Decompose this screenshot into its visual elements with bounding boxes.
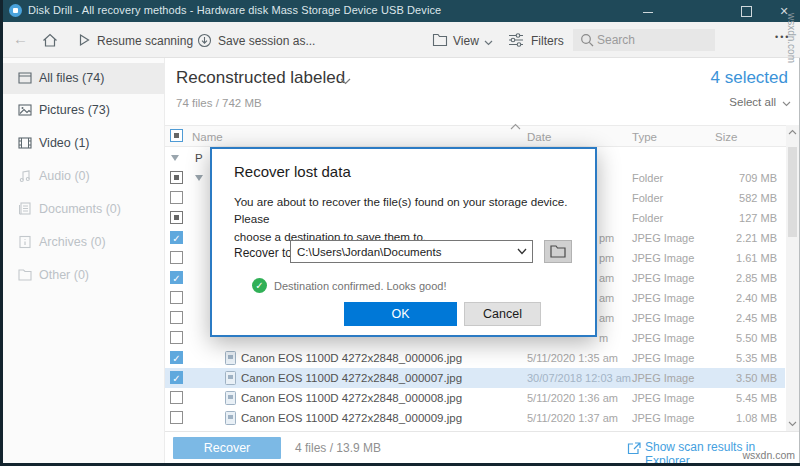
select-all-button[interactable]: Select all bbox=[588, 96, 776, 108]
file-type: JPEG Image bbox=[632, 232, 694, 244]
sidebar-item-pictures[interactable]: Pictures (73) bbox=[3, 95, 165, 126]
destination-combobox[interactable] bbox=[290, 240, 533, 263]
column-header-size[interactable]: Size bbox=[715, 131, 737, 143]
scrollbar-thumb[interactable] bbox=[788, 147, 797, 237]
other-icon bbox=[17, 267, 33, 283]
sidebar-item-other[interactable]: Other (0) bbox=[3, 260, 165, 291]
file-date: 5/11/2020 1:35 am bbox=[527, 352, 618, 364]
file-size: 127 MB bbox=[739, 212, 777, 224]
ok-button[interactable]: OK bbox=[344, 302, 457, 326]
file-type: JPEG Image bbox=[632, 392, 694, 404]
row-checkbox[interactable] bbox=[170, 311, 183, 324]
selection-summary: 4 files / 13.9 MB bbox=[295, 441, 381, 455]
file-name: Canon EOS 1100D 4272x2848_000009.jpg bbox=[241, 412, 462, 424]
row-checkbox[interactable] bbox=[170, 291, 183, 304]
file-type: JPEG Image bbox=[632, 272, 694, 284]
filters-icon[interactable] bbox=[508, 33, 524, 47]
expander-icon[interactable] bbox=[171, 155, 179, 161]
scroll-up-icon[interactable] bbox=[788, 129, 797, 135]
row-checkbox[interactable]: ✓ bbox=[170, 351, 183, 364]
file-size: 582 MB bbox=[739, 192, 777, 204]
row-checkbox[interactable]: ✓ bbox=[170, 371, 183, 384]
file-type: JPEG Image bbox=[632, 252, 694, 264]
file-size: 709 MB bbox=[739, 172, 777, 184]
image-file-icon bbox=[225, 351, 236, 365]
select-all-checkbox[interactable] bbox=[170, 129, 183, 142]
row-checkbox[interactable]: ✓ bbox=[170, 231, 183, 244]
table-row[interactable]: Canon EOS 1100D 4272x2848_000008.jpg 5/1… bbox=[165, 388, 785, 408]
destination-confirmation-text: Destination confirmed. Looks good! bbox=[274, 280, 446, 292]
file-date: pm bbox=[599, 252, 614, 264]
check-icon: ✓ bbox=[171, 352, 182, 365]
file-size: 3.50 MB bbox=[736, 372, 777, 384]
file-name: Canon EOS 1100D 4272x2848_000006.jpg bbox=[241, 352, 462, 364]
maximize-button[interactable] bbox=[734, 3, 758, 19]
row-checkbox[interactable] bbox=[170, 211, 183, 224]
image-file-icon bbox=[225, 391, 236, 405]
file-type: JPEG Image bbox=[632, 372, 694, 384]
documents-icon bbox=[17, 201, 33, 217]
view-button[interactable]: View bbox=[453, 34, 479, 48]
file-type: Folder bbox=[632, 212, 663, 224]
destination-path-input[interactable] bbox=[297, 241, 505, 262]
row-checkbox[interactable] bbox=[170, 251, 183, 264]
file-size: 5.35 MB bbox=[736, 352, 777, 364]
file-date: 5/11/2020 1:36 am bbox=[527, 392, 618, 404]
view-icon[interactable] bbox=[432, 33, 448, 47]
column-header-type[interactable]: Type bbox=[632, 131, 657, 143]
resume-scan-icon[interactable] bbox=[77, 33, 91, 47]
column-header-name[interactable]: Name bbox=[192, 131, 223, 143]
file-name: Canon EOS 1100D 4272x2848_000007.jpg bbox=[241, 372, 462, 384]
file-size: 2.85 MB bbox=[736, 272, 777, 284]
image-file-icon bbox=[225, 411, 236, 425]
combobox-chevron-icon[interactable] bbox=[517, 248, 527, 255]
save-session-icon[interactable] bbox=[197, 33, 212, 48]
check-icon: ✓ bbox=[171, 272, 182, 285]
home-icon[interactable] bbox=[42, 33, 58, 48]
titlebar: Disk Drill - All recovery methods - Hard… bbox=[0, 0, 800, 22]
sidebar: All files (74) Pictures (73) Video (1) A… bbox=[3, 58, 165, 463]
browse-folder-button[interactable] bbox=[544, 240, 572, 263]
sidebar-item-documents[interactable]: Documents (0) bbox=[3, 194, 165, 225]
archives-icon bbox=[17, 234, 33, 250]
row-checkbox[interactable]: ✓ bbox=[170, 271, 183, 284]
table-row-selected[interactable]: ✓ Canon EOS 1100D 4272x2848_000007.jpg 3… bbox=[165, 368, 785, 388]
file-type: Folder bbox=[632, 172, 663, 184]
file-size: 1.61 MB bbox=[736, 252, 777, 264]
select-all-chevron-icon[interactable] bbox=[782, 101, 791, 107]
column-header-date[interactable]: Date bbox=[527, 131, 551, 143]
sidebar-item-audio[interactable]: Audio (0) bbox=[3, 161, 165, 192]
row-checkbox[interactable] bbox=[170, 191, 183, 204]
search-box[interactable] bbox=[573, 29, 715, 51]
row-checkbox[interactable] bbox=[170, 171, 183, 184]
title-chevron-icon[interactable] bbox=[340, 78, 351, 85]
recover-to-label: Recover to bbox=[234, 246, 292, 260]
row-checkbox[interactable] bbox=[170, 331, 183, 344]
resume-scan-button[interactable]: Resume scanning bbox=[97, 34, 193, 48]
filters-button[interactable]: Filters bbox=[531, 34, 564, 48]
back-icon[interactable]: ← bbox=[13, 30, 28, 47]
all-files-icon bbox=[17, 70, 33, 86]
search-input[interactable] bbox=[597, 29, 709, 51]
sidebar-item-label: Other (0) bbox=[39, 268, 89, 282]
vertical-scrollbar[interactable] bbox=[786, 125, 799, 431]
minimize-button[interactable] bbox=[636, 3, 660, 19]
window-title: Disk Drill - All recovery methods - Hard… bbox=[28, 4, 441, 16]
recover-button[interactable]: Recover bbox=[173, 437, 281, 459]
sidebar-item-all-files[interactable]: All files (74) bbox=[3, 63, 165, 94]
expander-icon[interactable] bbox=[195, 175, 203, 181]
scroll-down-icon[interactable] bbox=[788, 421, 797, 427]
sort-asc-icon bbox=[510, 123, 521, 130]
sidebar-item-archives[interactable]: Archives (0) bbox=[3, 227, 165, 258]
row-checkbox[interactable] bbox=[170, 391, 183, 404]
scan-result-title[interactable]: Reconstructed labeled bbox=[176, 68, 345, 88]
file-size: 1.08 MB bbox=[736, 412, 777, 424]
row-checkbox[interactable] bbox=[170, 411, 183, 424]
sidebar-item-video[interactable]: Video (1) bbox=[3, 128, 165, 159]
table-row[interactable]: Canon EOS 1100D 4272x2848_000009.jpg 5/1… bbox=[165, 408, 785, 428]
table-row[interactable]: ✓ Canon EOS 1100D 4272x2848_000006.jpg 5… bbox=[165, 348, 785, 368]
save-session-button[interactable]: Save session as... bbox=[218, 34, 315, 48]
toolbar: ← Resume scanning Save session as... Vie… bbox=[0, 22, 800, 58]
cancel-button[interactable]: Cancel bbox=[464, 302, 541, 326]
sidebar-item-label: Video (1) bbox=[39, 136, 90, 150]
